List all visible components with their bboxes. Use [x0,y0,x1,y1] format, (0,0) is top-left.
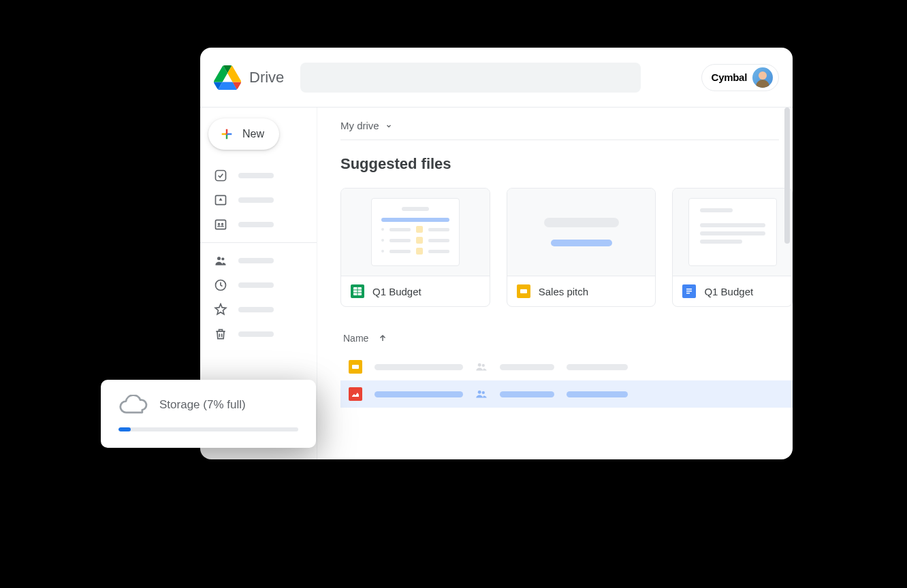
row-cell-placeholder [567,364,628,370]
cloud-icon [118,395,148,415]
nav-divider [200,242,317,243]
row-cell-placeholder [567,391,628,397]
suggested-cards: Q1 Budget Sales pitch [340,188,793,307]
storage-label: Storage (7% full) [159,398,246,412]
card-preview [341,189,490,276]
plus-icon [219,127,234,142]
card-preview [507,189,656,276]
nav-label-placeholder [238,173,274,178]
search-input[interactable] [300,63,641,93]
header: Drive Cymbal [200,48,793,108]
card-name: Q1 Budget [704,286,753,297]
sidebar-item-recent[interactable] [208,273,308,297]
scrollbar[interactable] [784,108,790,244]
new-button-label: New [242,128,264,140]
slides-icon [349,360,362,374]
drive-logo-icon [214,65,241,90]
card-preview [673,189,792,276]
account-chip[interactable]: Cymbal [701,64,779,91]
arrow-up-icon [378,333,387,343]
breadcrumb[interactable]: My drive [340,120,393,140]
sheets-icon [351,284,364,298]
svg-rect-16 [352,365,359,369]
file-card[interactable]: Q1 Budget [672,188,793,307]
docs-icon [682,284,696,298]
table-row[interactable] [340,353,793,380]
svg-point-17 [478,363,481,367]
drive-folder-icon [214,193,227,207]
svg-point-6 [221,257,224,260]
svg-rect-12 [520,289,527,293]
card-name: Sales pitch [539,286,588,297]
row-name-placeholder [375,364,463,370]
nav-label-placeholder [238,258,274,263]
file-card[interactable]: Sales pitch [507,188,656,307]
svg-point-5 [217,257,221,260]
storage-card[interactable]: Storage (7% full) [101,380,316,448]
svg-point-3 [218,223,220,225]
suggested-title: Suggested files [340,155,793,173]
main-content: My drive Suggested files [317,108,793,459]
nav-label-placeholder [238,197,274,203]
slides-icon [517,284,530,298]
storage-bar [118,427,298,431]
sidebar-item-shared[interactable] [208,248,308,273]
image-icon [349,387,362,401]
chevron-down-icon [385,122,393,130]
sidebar-item-priority[interactable] [208,163,308,188]
clock-icon [214,278,227,292]
svg-point-19 [478,391,481,394]
svg-rect-2 [216,220,226,229]
svg-rect-0 [216,171,226,181]
sidebar-item-shared-drives[interactable] [208,212,308,237]
sidebar-item-mydrive[interactable] [208,188,308,212]
row-cell-placeholder [500,364,554,370]
svg-rect-14 [686,291,692,292]
svg-rect-15 [686,293,690,294]
star-icon [214,303,227,316]
nav-label-placeholder [238,331,274,337]
new-button[interactable]: New [208,118,279,150]
sidebar-item-trash[interactable] [208,322,308,346]
nav-label-placeholder [238,222,274,227]
people-icon [214,254,227,267]
nav-label-placeholder [238,282,274,288]
file-card[interactable]: Q1 Budget [340,188,490,307]
app-title: Drive [249,69,284,86]
avatar [752,67,773,88]
svg-point-4 [221,223,223,225]
row-name-placeholder [375,391,463,397]
card-name: Q1 Budget [372,286,421,297]
table-row-selected[interactable] [340,380,793,408]
svg-point-20 [482,391,485,394]
people-icon [475,362,488,372]
row-cell-placeholder [500,391,554,397]
brand-name: Cymbal [712,71,747,83]
trash-icon [214,327,227,341]
list-header[interactable]: Name [340,327,793,353]
shared-drives-icon [214,218,227,231]
breadcrumb-label: My drive [340,120,379,131]
nav-label-placeholder [238,307,274,312]
sidebar-item-starred[interactable] [208,297,308,322]
storage-fill [118,427,131,431]
checkbox-icon [214,169,227,182]
people-icon [475,389,488,399]
svg-point-18 [482,364,485,367]
divider [340,140,779,140]
svg-rect-13 [686,289,692,290]
column-name: Name [343,333,368,344]
